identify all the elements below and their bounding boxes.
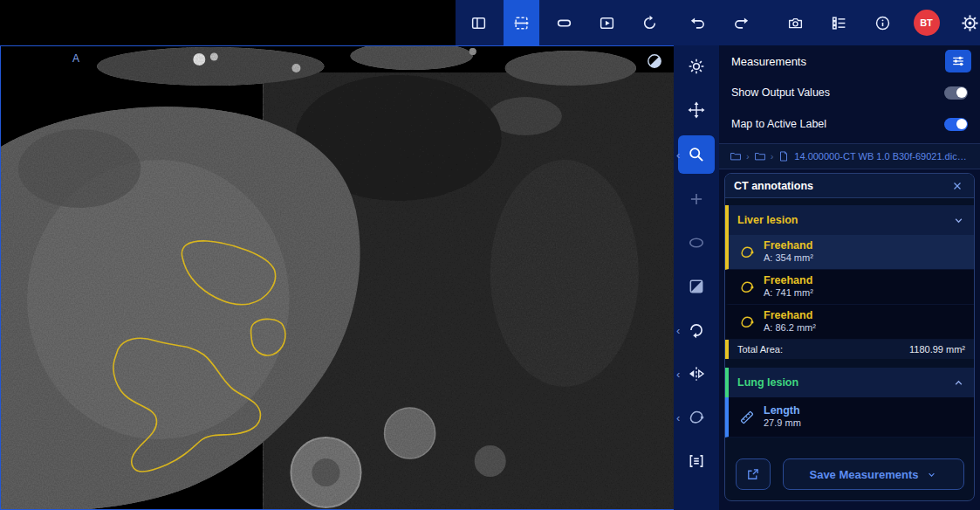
file-icon	[778, 150, 790, 162]
layout-button[interactable]	[461, 0, 497, 45]
pan-button[interactable]	[678, 92, 715, 128]
measurement-row[interactable]: Freehand A: 86.2 mm²	[725, 305, 974, 340]
close-icon	[951, 180, 963, 192]
total-area-row: Total Area: 1180.99 mm²	[725, 340, 974, 359]
measurement-title: Length	[764, 404, 801, 418]
ct-annotations-box: CT annotations Liver lesion Freehand A: …	[724, 173, 975, 501]
measurement-title: Freehand	[764, 239, 813, 253]
zoom-button[interactable]	[678, 135, 715, 174]
show-output-values-toggle[interactable]	[944, 86, 968, 100]
map-to-active-label-label: Map to Active Label	[731, 118, 826, 130]
sun-icon	[688, 58, 705, 75]
save-measurements-label: Save Measurements	[809, 468, 918, 481]
breadcrumb: › › 14.000000-CT WB 1.0 B30f-69021.dicom…	[719, 143, 980, 169]
viewport-toolbar	[674, 45, 719, 510]
reset-rotate-icon	[641, 15, 658, 31]
capture-button[interactable]	[778, 0, 813, 45]
breadcrumb-separator: ›	[746, 151, 750, 162]
invert-button[interactable]	[678, 268, 715, 305]
flip-button[interactable]	[678, 355, 715, 392]
ct-anatomy	[1, 46, 674, 509]
map-to-active-label-row: Map to Active Label	[719, 108, 980, 140]
freehand-icon	[739, 314, 755, 330]
export-measurements-button[interactable]	[736, 458, 771, 490]
folder-icon[interactable]	[730, 150, 742, 162]
ct-annotations-title: CT annotations	[734, 180, 813, 192]
chevron-down-icon[interactable]	[952, 214, 965, 227]
save-measurements-button[interactable]: Save Measurements	[783, 458, 964, 490]
info-icon	[874, 15, 891, 31]
top-toolbar: BT	[0, 0, 980, 45]
ct-viewport[interactable]: A	[0, 45, 674, 510]
crosshair-button[interactable]	[678, 181, 715, 217]
avatar: BT	[914, 10, 940, 36]
link-viewports-button[interactable]	[546, 0, 582, 45]
undo-button[interactable]	[680, 0, 716, 45]
measurement-row[interactable]: Length 27.9 mm	[725, 397, 974, 438]
group-header-liver-lesion[interactable]: Liver lesion	[725, 205, 974, 235]
layout-grid-icon	[470, 15, 487, 31]
undo-icon	[689, 15, 706, 31]
freehand-tool-button[interactable]	[678, 399, 715, 436]
panel-title: Measurements	[731, 55, 806, 68]
freehand-icon	[688, 409, 705, 426]
measurements-panel: Measurements Show Output Values Map to A…	[719, 45, 980, 510]
total-area-value: 1180.99 mm²	[909, 344, 965, 355]
rotate-icon	[688, 321, 705, 339]
redo-icon	[733, 15, 750, 31]
sliders-icon	[951, 54, 965, 68]
mpr-tool-button[interactable]	[504, 0, 539, 45]
window-level-button[interactable]	[678, 48, 715, 85]
measurement-value: 27.9 mm	[764, 417, 801, 430]
reset-view-button[interactable]	[632, 0, 668, 45]
group-label: Lung lesion	[737, 376, 798, 389]
ruler-icon	[739, 410, 755, 425]
plus-icon	[688, 190, 705, 208]
cine-play-icon	[599, 15, 615, 31]
magnifier-icon	[688, 146, 705, 163]
measurements-settings-button[interactable]	[945, 50, 971, 72]
measurements-footer: Save Measurements	[725, 458, 974, 500]
close-annotations-button[interactable]	[949, 178, 965, 194]
link-icon	[556, 15, 572, 31]
map-to-active-label-toggle[interactable]	[944, 118, 968, 131]
measurement-value: A: 86.2 mm²	[764, 322, 816, 334]
ellipse-tool-button[interactable]	[678, 224, 715, 261]
measurement-value: A: 354 mm²	[764, 252, 813, 265]
about-button[interactable]	[865, 0, 901, 45]
orientation-marker: A	[72, 52, 79, 65]
viewport-options-icon[interactable]	[647, 53, 662, 69]
freehand-icon	[739, 245, 755, 260]
show-output-values-row: Show Output Values	[719, 77, 980, 108]
stack-icon	[688, 452, 705, 470]
ct-annotations-header: CT annotations	[725, 174, 974, 198]
stack-scroll-button[interactable]	[678, 443, 715, 479]
primary-tool-group	[461, 0, 668, 45]
measurements-panel-header: Measurements	[719, 45, 980, 77]
breadcrumb-separator: ›	[771, 151, 774, 162]
dicom-viewer-app: BT	[0, 0, 980, 510]
folder-icon[interactable]	[754, 150, 766, 162]
chevron-up-icon[interactable]	[952, 376, 965, 389]
group-gap	[725, 359, 974, 368]
display-sets-button[interactable]	[821, 0, 857, 45]
cine-button[interactable]	[589, 0, 625, 45]
measurement-title: Freehand	[764, 309, 816, 323]
measurement-row[interactable]: Freehand A: 741 mm²	[725, 270, 974, 305]
chevron-down-icon	[926, 469, 937, 480]
ellipse-icon	[688, 234, 705, 252]
measurement-title: Freehand	[764, 274, 813, 288]
user-menu-button[interactable]: BT	[908, 0, 944, 45]
display-sets-icon	[831, 15, 847, 31]
group-header-lung-lesion[interactable]: Lung lesion	[725, 368, 974, 397]
settings-button[interactable]	[952, 0, 980, 45]
mpr-icon	[513, 15, 530, 31]
group-label: Liver lesion	[737, 214, 798, 226]
measurement-value: A: 741 mm²	[764, 287, 813, 300]
rotate-button[interactable]	[678, 312, 715, 348]
redo-button[interactable]	[723, 0, 759, 45]
breadcrumb-file[interactable]: 14.000000-CT WB 1.0 B30f-69021.dicom.z..…	[794, 151, 970, 162]
invert-icon	[688, 278, 705, 295]
topbar-action-group: BT	[680, 0, 980, 45]
measurement-row[interactable]: Freehand A: 354 mm²	[725, 235, 974, 270]
